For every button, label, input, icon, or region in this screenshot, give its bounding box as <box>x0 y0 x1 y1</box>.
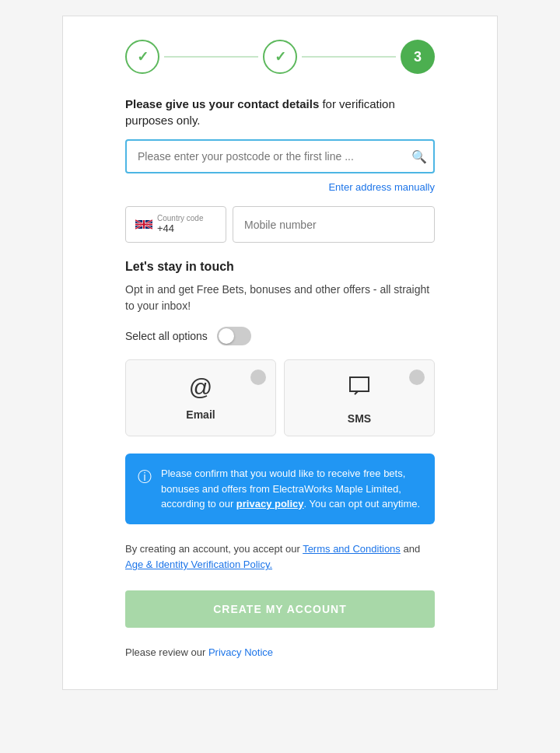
step-1: ✓ <box>125 40 159 74</box>
page-heading: Please give us your contact details for … <box>125 96 435 128</box>
channel-row: @ Email SMS <box>125 359 435 436</box>
sms-card[interactable]: SMS <box>284 359 435 436</box>
main-container: ✓ ✓ 3 Please give us your contact detail… <box>62 16 498 690</box>
select-all-label: Select all options <box>125 330 208 342</box>
info-box: ⓘ Please confirm that you would like to … <box>125 454 435 524</box>
sms-toggle[interactable] <box>409 369 425 385</box>
step-line-1 <box>164 56 258 58</box>
enter-manually-wrapper: Enter address manually <box>125 180 435 194</box>
heading-bold: Please give us your contact details <box>125 97 319 110</box>
terms-link[interactable]: Terms and Conditions <box>303 543 401 555</box>
sms-icon <box>347 374 372 405</box>
info-text-after: . You can opt out anytime. <box>304 498 421 510</box>
phone-row: Country code +44 <box>125 206 435 243</box>
step-3: 3 <box>401 40 435 74</box>
privacy-policy-link[interactable]: privacy policy <box>236 498 304 510</box>
country-code-selector[interactable]: Country code +44 <box>125 206 226 243</box>
sms-label: SMS <box>348 412 371 425</box>
create-account-button[interactable]: CREATE MY ACCOUNT <box>125 590 435 628</box>
age-link[interactable]: Age & Identity Verification Policy. <box>125 559 272 570</box>
step-1-check: ✓ <box>137 48 149 65</box>
step-line-2 <box>302 56 396 58</box>
legal-text: By creating an account, you accept our T… <box>125 541 435 574</box>
step-2: ✓ <box>263 40 297 74</box>
info-text: Please confirm that you would like to re… <box>161 466 422 512</box>
privacy-notice-link[interactable]: Privacy Notice <box>208 646 273 658</box>
legal-before-terms: By creating an account, you accept our <box>125 543 303 555</box>
stepper: ✓ ✓ 3 <box>125 40 435 74</box>
toggle-knob <box>219 328 234 344</box>
select-all-toggle[interactable] <box>217 327 251 345</box>
email-toggle[interactable] <box>250 369 266 385</box>
postcode-wrapper: 🔍 <box>125 139 435 173</box>
legal-and: and <box>401 543 420 555</box>
step-2-check: ✓ <box>275 48 286 65</box>
email-label: Email <box>186 408 215 421</box>
search-button[interactable]: 🔍 <box>411 149 427 164</box>
mobile-number-input[interactable] <box>233 206 435 243</box>
email-card[interactable]: @ Email <box>125 359 276 436</box>
postcode-input[interactable] <box>125 139 435 173</box>
stay-text: Opt in and get Free Bets, bonuses and ot… <box>125 282 435 314</box>
email-icon: @ <box>189 374 212 401</box>
country-code-label: Country code <box>157 215 203 222</box>
step-3-number: 3 <box>414 49 422 65</box>
search-icon: 🔍 <box>411 150 427 163</box>
stay-heading: Let's stay in touch <box>125 260 435 274</box>
enter-manually-link[interactable]: Enter address manually <box>328 181 435 193</box>
country-code-value: +44 <box>157 222 203 234</box>
privacy-before: Please review our <box>125 646 208 658</box>
country-code-inner: Country code +44 <box>157 215 203 234</box>
privacy-notice-text: Please review our Privacy Notice <box>125 646 435 658</box>
uk-flag-icon <box>135 219 152 230</box>
select-all-row: Select all options <box>125 327 435 345</box>
info-icon: ⓘ <box>138 468 152 512</box>
